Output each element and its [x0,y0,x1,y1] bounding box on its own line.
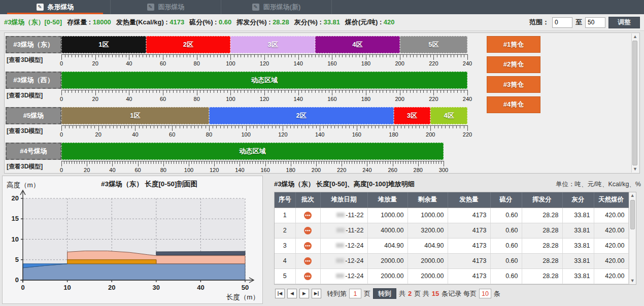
ruler-tick-label: 0 [53,96,70,102]
yard-panel-scrollbar[interactable]: ▲ ▼ [631,33,638,173]
pager-last-button[interactable]: ▶| [312,289,321,298]
table-header-cell: 批次 [295,192,320,208]
metric-value: 0.60 [219,18,231,26]
y-tick-label: 20 [12,194,19,202]
yard-label[interactable]: #4号煤场 [6,143,61,160]
ruler-tick [230,90,231,95]
adjust-button[interactable]: 调整 [608,17,640,28]
zone-segment[interactable]: 动态区域 [61,72,467,89]
silo-button-3[interactable]: #3筒仓 [487,76,540,93]
scroll-up-icon[interactable]: ▲ [632,33,638,40]
silo-button-1[interactable]: #1筒仓 [487,36,540,53]
yard-label[interactable]: #5煤场 [6,107,61,124]
table-scroll-up-icon[interactable]: ▲ [629,192,636,199]
y-tick-label: 0 [15,276,19,284]
ruler-tick-label: 260 [384,167,401,173]
cell-value: 28.28 [522,238,562,253]
zone-segment[interactable]: 5区 [400,36,467,53]
tab-2[interactable]: ✎圆形煤场 [111,0,221,14]
silo-button-2[interactable]: #2筒仓 [487,56,540,73]
table-scrollbar-thumb[interactable] [630,200,635,229]
ruler-tick [87,161,87,166]
view-3d-link[interactable]: [查看3D模型] [7,162,43,171]
yard-label[interactable]: #3煤场（西） [6,72,61,89]
ruler-tick [366,54,366,60]
tab-label: 圆形煤场(新) [263,3,301,12]
table-header-cell: 堆放日期 [320,192,367,208]
pager-goto-button[interactable]: 转到 [373,288,396,299]
detail-table: 序号批次堆放日期堆放量剩余量发热量硫分挥发分灰分天然煤价 1●●●-11-221… [275,192,629,284]
ruler-tick [332,90,332,95]
range-to-word: 至 [575,18,582,27]
cell-value: 420.00 [594,238,628,253]
ruler-tick-label: 100 [222,60,239,66]
ruler-tick-label: 160 [323,60,341,66]
scrollbar-thumb[interactable] [632,41,637,165]
ruler-tick [129,90,129,95]
page-number-input[interactable] [349,289,361,298]
batch-comment-icon[interactable]: ●●● [304,212,312,219]
cell-date: -12-24 [320,268,367,284]
cell-value: 33.81 [562,268,594,284]
ruler-tick-label: 40 [104,167,121,173]
table-scrollbar[interactable]: ▲ ▼ [629,192,636,284]
view-3d-link[interactable]: [查看3D模型] [7,91,43,100]
zone-segment[interactable]: 4区 [315,36,400,53]
range-label: 范围： [529,18,549,27]
cell-value: 28.28 [522,223,562,238]
cell-date: -11-22 [320,208,367,223]
tab-1[interactable]: ✎条形煤场 [0,0,111,14]
view-3d-link[interactable]: [查看3D模型] [7,56,43,64]
detail-table-title: #3煤场（东） 长度[0-50]、高度[0-100]堆放明细 [274,180,415,189]
ruler-tick-label: 20 [87,96,104,102]
ruler-tick [163,161,164,166]
ruler-tick [467,54,468,60]
cell-value: 28.28 [522,268,562,284]
pager-first-button[interactable]: |◀ [275,289,285,298]
zone-segment[interactable]: 2区 [146,36,231,53]
ruler: 0204060801001201401601802002202402602803… [61,161,464,174]
ruler-tick-label: 220 [333,167,350,173]
tab-3[interactable]: ✎圆形煤场(新) [221,0,332,14]
cell-value: 4173 [448,238,490,253]
zone-segment[interactable]: 1区 [61,107,209,124]
cell-batch: ●●● [295,253,320,268]
pager-text-3: 条记录 每页 [442,289,477,298]
ruler: 020406080100120140160180200220240 [61,90,488,103]
view-3d-link[interactable]: [查看3D模型] [7,127,43,135]
ruler-tick [332,54,332,60]
batch-comment-icon[interactable]: ●●● [304,257,312,265]
range-from-input[interactable] [552,17,572,28]
total-pages: 2 [408,290,412,297]
ruler-tick-label: 140 [231,167,248,173]
range-to-input[interactable] [585,17,605,28]
cell-value: 2000.00 [367,268,408,284]
ruler-tick [298,54,299,60]
redacted-year [336,258,344,263]
table-scroll-down-icon[interactable]: ▼ [629,278,636,284]
cell-value: 0.60 [490,208,522,223]
zone-segment[interactable]: 1区 [61,36,146,53]
zone-segment[interactable]: 2区 [209,107,394,124]
ruler-tick-label: 0 [53,131,70,138]
ruler-tick-label: 280 [410,167,427,173]
zone-segment[interactable]: 3区 [394,107,431,124]
zone-segment[interactable]: 4区 [430,107,467,124]
batch-comment-icon[interactable]: ●●● [304,242,312,250]
ruler-tick [95,54,96,60]
batch-comment-icon[interactable]: ●●● [304,227,312,234]
scroll-down-icon[interactable]: ▼ [632,166,638,173]
ruler-tick-label: 140 [290,96,307,102]
zone-segment[interactable]: 动态区域 [61,143,444,160]
table-header-cell: 硫分 [490,192,522,208]
batch-comment-icon[interactable]: ●●● [304,273,312,280]
silo-button-4[interactable]: #4筒仓 [487,96,540,113]
ruler-tick [320,125,320,131]
zone-segment[interactable]: 3区 [230,36,315,53]
yard-label[interactable]: #3煤场（东） [6,36,61,53]
cell-value: 28.28 [522,208,562,223]
ruler: 020406080100120140160180200220 [61,125,488,139]
cell-value: 28.28 [522,253,562,268]
pager-next-button[interactable]: ▶ [299,289,309,298]
pager-prev-button[interactable]: ◀ [287,289,297,298]
